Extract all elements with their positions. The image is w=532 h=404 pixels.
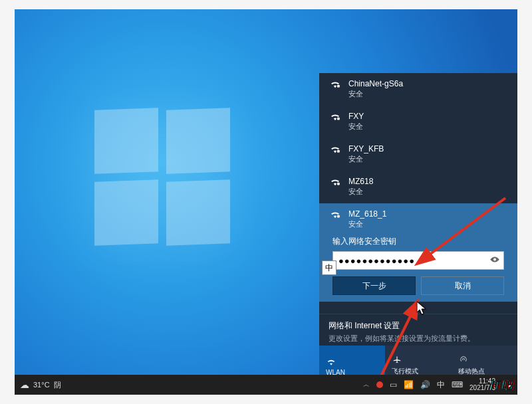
password-prompt-label: 输入网络安全密钥 [332,236,504,247]
settings-title: 网络和 Internet 设置 [329,320,508,332]
wifi-network-list: ChinaNet-gS6a安全 FXY安全 FXY_KFB安全 MZ618安全 [319,73,517,302]
wifi-secure-icon [329,112,342,124]
tray-app-icon[interactable]: ▭ [390,380,397,389]
taskbar-weather[interactable]: ☁ 31°C 阴 [20,380,61,390]
desktop: ChinaNet-gS6a安全 FXY安全 FXY_KFB安全 MZ618安全 [15,9,517,395]
ime-indicator-badge[interactable]: 中 [322,260,336,275]
network-tray-icon[interactable]: 📶 [404,380,414,389]
taskbar: ☁ 31°C 阴 ︿ ▭ 📶 🔊 中 ⌨ 11:42 2021/7/6 💬 [15,375,517,395]
hotspot-icon [458,355,469,364]
wifi-ssid: FXY [348,111,364,122]
wifi-security-label: 安全 [348,122,364,132]
tray-app-icon[interactable]: ⌨ [452,380,463,389]
wifi-network-item[interactable]: FXY安全 [319,106,517,138]
weather-cond: 阴 [54,380,61,390]
settings-desc: 更改设置，例如将某连接设置为按流量计费。 [329,334,508,344]
wifi-ssid: ChinaNet-gS6a [348,78,403,89]
svg-rect-0 [337,85,340,88]
wifi-security-label: 安全 [348,219,386,229]
airplane-icon [392,355,402,364]
wifi-security-label: 安全 [348,154,384,164]
wifi-security-label: 安全 [348,89,403,99]
wifi-network-item[interactable]: FXY_KFB安全 [319,138,517,171]
wifi-security-label: 安全 [348,187,373,197]
cancel-button[interactable]: 取消 [421,276,504,295]
next-button[interactable]: 下一步 [332,276,416,295]
svg-rect-1 [337,118,340,120]
recording-indicator-icon[interactable] [376,381,383,388]
network-settings-link[interactable]: 网络和 Internet 设置 更改设置，例如将某连接设置为按流量计费。 [319,314,517,346]
network-password-input[interactable] [332,251,504,270]
network-flyout: ChinaNet-gS6a安全 FXY安全 FXY_KFB安全 MZ618安全 [319,73,517,380]
ime-tray-indicator[interactable]: 中 [437,379,445,391]
notifications-icon[interactable]: 💬 [502,380,512,389]
taskbar-clock[interactable]: 11:42 2021/7/6 [469,378,495,392]
wifi-ssid: MZ618 [348,176,373,187]
wifi-network-item[interactable]: ChinaNet-gS6a安全 [319,73,517,106]
cloud-icon: ☁ [20,380,29,389]
system-tray: ︿ ▭ 📶 🔊 中 ⌨ 11:42 2021/7/6 💬 [363,378,512,392]
wifi-secure-icon [329,177,342,189]
wifi-secure-icon [329,145,342,156]
wifi-ssid: MZ_618_1 [348,209,386,219]
wifi-secure-icon [329,210,342,221]
tray-overflow-icon[interactable]: ︿ [363,380,370,389]
svg-rect-2 [337,150,340,153]
wifi-ssid: FXY_KFB [348,144,384,154]
wifi-network-item-selected[interactable]: MZ_618_1安全 输入网络安全密钥 中 下一步 取消 [319,203,517,302]
mouse-cursor-icon [417,302,426,315]
clock-date: 2021/7/6 [469,385,495,392]
wifi-icon [326,358,336,366]
volume-tray-icon[interactable]: 🔊 [420,380,430,389]
wifi-secure-icon [329,80,342,91]
wifi-network-item[interactable]: MZ618安全 [319,171,517,203]
svg-rect-4 [337,215,340,218]
reveal-password-icon[interactable] [489,256,500,266]
weather-temp: 31°C [33,381,50,389]
svg-rect-3 [337,183,340,185]
windows-logo [94,109,234,249]
